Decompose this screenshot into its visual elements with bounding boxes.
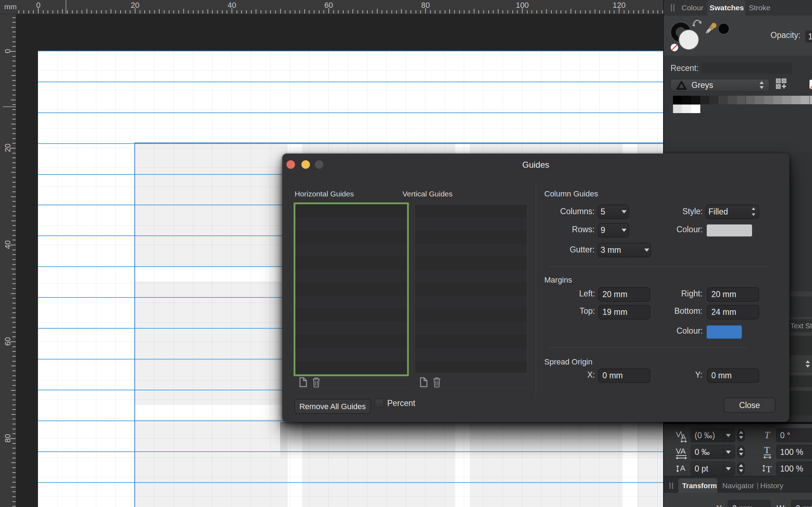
svg-text:T: T bbox=[766, 464, 772, 473]
svg-text:A: A bbox=[680, 464, 685, 473]
svg-text:VA: VA bbox=[676, 447, 686, 456]
svg-text:T: T bbox=[764, 430, 771, 440]
svg-text:T: T bbox=[764, 445, 770, 455]
svg-text:V: V bbox=[676, 430, 681, 439]
